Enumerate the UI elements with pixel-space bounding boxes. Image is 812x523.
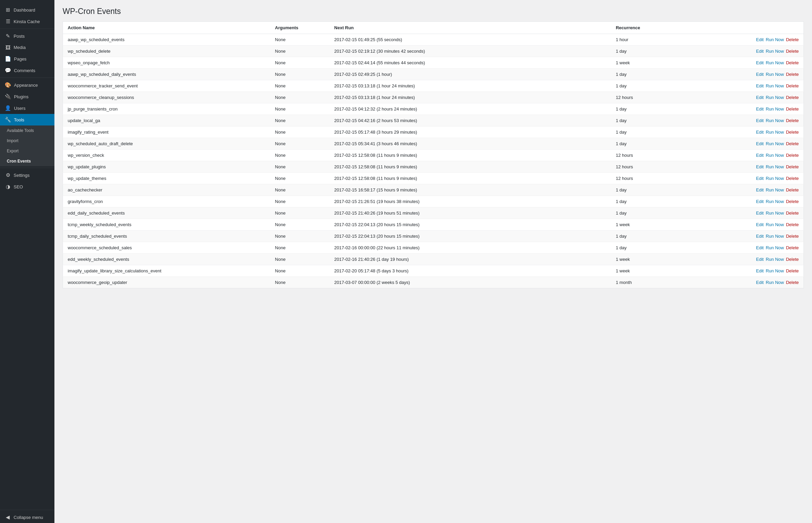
edit-link[interactable]: Edit [756, 83, 764, 88]
run-now-link[interactable]: Run Now [766, 210, 784, 216]
delete-link[interactable]: Delete [786, 95, 799, 100]
edit-link[interactable]: Edit [756, 187, 764, 192]
edit-link[interactable]: Edit [756, 245, 764, 250]
delete-link[interactable]: Delete [786, 245, 799, 250]
edit-link[interactable]: Edit [756, 106, 764, 112]
cell-row-actions: EditRun NowDelete [700, 265, 804, 277]
edit-link[interactable]: Edit [756, 118, 764, 123]
sidebar-collapse[interactable]: ◀ Collapse menu [0, 511, 54, 523]
run-now-link[interactable]: Run Now [766, 268, 784, 273]
cell-action-name: wp_version_check [63, 150, 270, 161]
edit-link[interactable]: Edit [756, 210, 764, 216]
edit-link[interactable]: Edit [756, 222, 764, 227]
edit-link[interactable]: Edit [756, 49, 764, 54]
sidebar-item-comments[interactable]: 💬 Comments [0, 65, 54, 76]
sidebar-item-kinsta-cache[interactable]: ☰ Kinsta Cache [0, 16, 54, 27]
delete-link[interactable]: Delete [786, 153, 799, 158]
delete-link[interactable]: Delete [786, 222, 799, 227]
cell-recurrence: 12 hours [611, 92, 700, 103]
edit-link[interactable]: Edit [756, 95, 764, 100]
delete-link[interactable]: Delete [786, 83, 799, 88]
delete-link[interactable]: Delete [786, 210, 799, 216]
edit-link[interactable]: Edit [756, 141, 764, 146]
run-now-link[interactable]: Run Now [766, 199, 784, 204]
delete-link[interactable]: Delete [786, 130, 799, 135]
delete-link[interactable]: Delete [786, 280, 799, 285]
run-now-link[interactable]: Run Now [766, 141, 784, 146]
table-row: imagify_rating_eventNone2017-02-15 05:17… [63, 126, 804, 138]
table-row: wp_version_checkNone2017-02-15 12:58:08 … [63, 150, 804, 161]
run-now-link[interactable]: Run Now [766, 83, 784, 88]
run-now-link[interactable]: Run Now [766, 164, 784, 169]
edit-link[interactable]: Edit [756, 234, 764, 239]
sidebar-item-cron-events[interactable]: Cron Events [0, 156, 54, 166]
edit-link[interactable]: Edit [756, 176, 764, 181]
edit-link[interactable]: Edit [756, 37, 764, 42]
delete-link[interactable]: Delete [786, 164, 799, 169]
delete-link[interactable]: Delete [786, 234, 799, 239]
run-now-link[interactable]: Run Now [766, 176, 784, 181]
sidebar-item-media[interactable]: 🖼 Media [0, 42, 54, 53]
run-now-link[interactable]: Run Now [766, 95, 784, 100]
plugins-icon: 🔌 [5, 94, 11, 100]
run-now-link[interactable]: Run Now [766, 245, 784, 250]
run-now-link[interactable]: Run Now [766, 118, 784, 123]
edit-link[interactable]: Edit [756, 72, 764, 77]
delete-link[interactable]: Delete [786, 141, 799, 146]
run-now-link[interactable]: Run Now [766, 60, 784, 65]
cell-arguments: None [270, 231, 329, 242]
cell-next-run: 2017-02-15 12:58:08 (11 hours 9 minutes) [330, 173, 611, 184]
run-now-link[interactable]: Run Now [766, 106, 784, 112]
sidebar-item-dashboard[interactable]: ⊞ Dashboard [0, 4, 54, 16]
delete-link[interactable]: Delete [786, 257, 799, 262]
table-row: woocommerce_geoip_updaterNone2017-03-07 … [63, 277, 804, 288]
run-now-link[interactable]: Run Now [766, 234, 784, 239]
pages-icon: 📄 [5, 56, 11, 62]
edit-link[interactable]: Edit [756, 153, 764, 158]
delete-link[interactable]: Delete [786, 72, 799, 77]
sidebar-item-posts[interactable]: ✎ Posts [0, 30, 54, 42]
run-now-link[interactable]: Run Now [766, 153, 784, 158]
run-now-link[interactable]: Run Now [766, 130, 784, 135]
sidebar-item-export[interactable]: Export [0, 146, 54, 156]
run-now-link[interactable]: Run Now [766, 280, 784, 285]
sidebar-item-seo[interactable]: ◑ SEO [0, 181, 54, 192]
sidebar-item-users[interactable]: 👤 Users [0, 102, 54, 114]
collapse-icon: ◀ [5, 514, 11, 520]
run-now-link[interactable]: Run Now [766, 187, 784, 192]
sidebar-item-plugins[interactable]: 🔌 Plugins [0, 91, 54, 102]
sidebar-item-tools[interactable]: 🔧 Tools [0, 114, 54, 125]
cell-row-actions: EditRun NowDelete [700, 46, 804, 57]
run-now-link[interactable]: Run Now [766, 222, 784, 227]
cell-action-name: woocommerce_geoip_updater [63, 277, 270, 288]
sidebar-item-appearance[interactable]: 🎨 Appearance [0, 79, 54, 91]
edit-link[interactable]: Edit [756, 280, 764, 285]
delete-link[interactable]: Delete [786, 60, 799, 65]
delete-link[interactable]: Delete [786, 176, 799, 181]
cell-recurrence: 1 week [611, 57, 700, 69]
sidebar-item-pages[interactable]: 📄 Pages [0, 53, 54, 65]
run-now-link[interactable]: Run Now [766, 257, 784, 262]
edit-link[interactable]: Edit [756, 257, 764, 262]
edit-link[interactable]: Edit [756, 268, 764, 273]
sidebar-item-import[interactable]: Import [0, 136, 54, 146]
edit-link[interactable]: Edit [756, 164, 764, 169]
sidebar-item-settings[interactable]: ⚙ Settings [0, 169, 54, 181]
sidebar-item-available-tools[interactable]: Available Tools [0, 125, 54, 136]
seo-icon: ◑ [5, 184, 11, 190]
edit-link[interactable]: Edit [756, 60, 764, 65]
delete-link[interactable]: Delete [786, 49, 799, 54]
delete-link[interactable]: Delete [786, 37, 799, 42]
delete-link[interactable]: Delete [786, 106, 799, 112]
edit-link[interactable]: Edit [756, 130, 764, 135]
run-now-link[interactable]: Run Now [766, 72, 784, 77]
edit-link[interactable]: Edit [756, 199, 764, 204]
run-now-link[interactable]: Run Now [766, 49, 784, 54]
posts-icon: ✎ [5, 33, 11, 39]
delete-link[interactable]: Delete [786, 199, 799, 204]
delete-link[interactable]: Delete [786, 187, 799, 192]
delete-link[interactable]: Delete [786, 118, 799, 123]
run-now-link[interactable]: Run Now [766, 37, 784, 42]
delete-link[interactable]: Delete [786, 268, 799, 273]
table-row: aawp_wp_scheduled_daily_eventsNone2017-0… [63, 69, 804, 80]
